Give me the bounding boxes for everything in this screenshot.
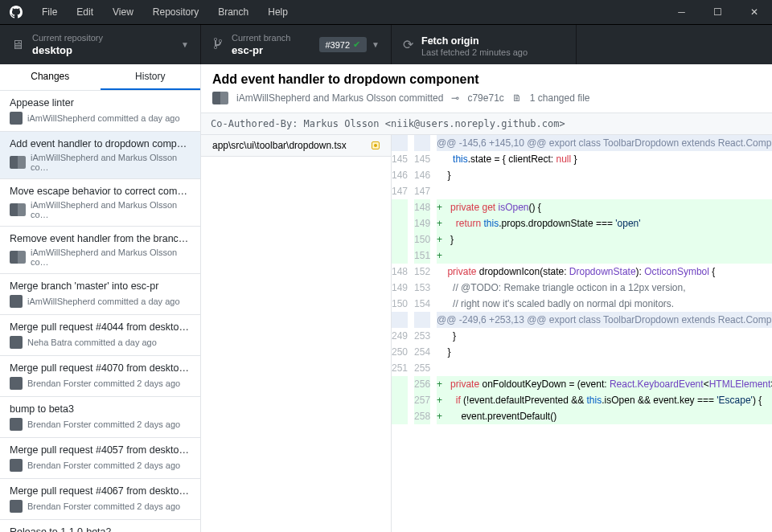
toolbar: 🖥 Current repository desktop ▼ Current b…: [0, 24, 772, 64]
commit-item-meta: Brendan Forster committed 2 days ago: [27, 501, 180, 511]
tab-changes[interactable]: Changes: [0, 64, 101, 90]
commit-item[interactable]: Move escape behavior to correct compo… i…: [0, 179, 200, 227]
avatar: [10, 418, 23, 431]
avatar: [10, 156, 26, 169]
commit-item[interactable]: Appease linter iAmWillShepherd committed…: [0, 91, 200, 132]
diff-line: + private get isOpen() {: [437, 199, 772, 215]
repo-selector[interactable]: 🖥 Current repository desktop ▼: [0, 25, 201, 64]
avatar: [10, 336, 23, 349]
menu-file[interactable]: File: [32, 6, 67, 18]
changed-files: 1 changed file: [530, 92, 590, 104]
commit-item-meta: iAmWillShepherd committed a day ago: [27, 113, 180, 123]
fetch-button[interactable]: ⟳ Fetch origin Last fetched 2 minutes ag…: [392, 25, 577, 64]
commit-item-title: Remove event handler from the branches…: [10, 233, 191, 244]
diff-line: + return this.props.dropdownState === 'o…: [437, 215, 772, 231]
diff-line: private dropdownIcon(state: DropdownStat…: [437, 264, 772, 280]
commit-item-title: Merge pull request #4070 from desktop/…: [10, 362, 191, 374]
repo-label: Current repository: [32, 33, 103, 43]
tab-history[interactable]: History: [101, 64, 201, 90]
diff-line: }: [437, 328, 772, 344]
file-icon: 🗎: [512, 92, 522, 104]
avatar: [10, 377, 23, 390]
diff-line: + private onFoldoutKeyDown = (event: Rea…: [437, 376, 772, 392]
diff-line: [437, 183, 772, 199]
commit-item-title: Merge pull request #4067 from desktop/…: [10, 485, 191, 497]
commit-item-meta: Brendan Forster committed 2 days ago: [27, 460, 180, 470]
commit-item-title: Release to 1.1.0-beta2: [10, 526, 191, 532]
commit-item-meta: iAmWillShepherd and Markus Olsson co…: [31, 200, 191, 219]
diff-line: @@ -249,6 +253,13 @@ export class Toolba…: [437, 312, 772, 328]
avatar: [212, 92, 228, 104]
commit-author: iAmWillShepherd and Markus Olsson commit…: [236, 92, 443, 104]
main-pane: Add event handler to dropdown component …: [201, 64, 772, 532]
chevron-down-icon: ▼: [372, 40, 380, 49]
laptop-icon: 🖥: [11, 38, 24, 52]
diff-line: // right now it's scaled badly on normal…: [437, 296, 772, 312]
avatar: [10, 295, 23, 308]
sidebar: Changes History Appease linter iAmWillSh…: [0, 64, 201, 532]
github-logo-icon: [0, 6, 32, 18]
branch-selector[interactable]: Current branch esc-pr #3972✔ ▼: [201, 25, 392, 64]
diff-line: + if (!event.defaultPrevented && this.is…: [437, 392, 772, 408]
commit-item-title: Merge branch 'master' into esc-pr: [10, 280, 191, 292]
commit-item-meta: iAmWillShepherd and Markus Olsson co…: [31, 153, 191, 172]
file-row[interactable]: app\src\ui\toolbar\dropdown.tsx: [201, 135, 391, 157]
minimize-button[interactable]: ─: [663, 0, 700, 24]
avatar: [10, 251, 26, 264]
branch-icon: [212, 37, 224, 53]
diff-line: @@ -145,6 +145,10 @@ export class Toolba…: [437, 135, 772, 151]
commit-item-title: Merge pull request #4057 from desktop/…: [10, 444, 191, 456]
commit-sha-icon: ⊸: [451, 92, 459, 104]
branch-label: Current branch: [232, 33, 290, 43]
sync-icon: ⟳: [403, 37, 413, 52]
commit-item-meta: Neha Batra committed a day ago: [27, 338, 157, 347]
menu-edit[interactable]: Edit: [67, 6, 103, 18]
commit-item[interactable]: Remove event handler from the branches… …: [0, 227, 200, 274]
check-icon: ✔: [353, 39, 360, 50]
commit-description: Co-Authored-By: Markus Olsson <niik@user…: [201, 113, 772, 135]
diff-line: }: [437, 344, 772, 360]
commit-item-title: Appease linter: [10, 97, 191, 108]
commit-item[interactable]: Merge pull request #4067 from desktop/… …: [0, 479, 200, 520]
menu-help[interactable]: Help: [258, 6, 298, 18]
avatar: [10, 203, 26, 216]
fetch-label: Fetch origin: [421, 35, 479, 47]
commit-item-title: Merge pull request #4044 from desktop/…: [10, 321, 191, 333]
commit-item[interactable]: Release to 1.1.0-beta2 Neha Batra commit…: [0, 520, 200, 532]
commit-title: Add event handler to dropdown component: [212, 72, 761, 87]
commit-item-title: Move escape behavior to correct compo…: [10, 186, 191, 197]
close-button[interactable]: ✕: [736, 0, 772, 24]
commit-item-meta: Brendan Forster committed 2 days ago: [27, 379, 180, 388]
commit-sha: c79e71c: [467, 92, 503, 104]
maximize-button[interactable]: ☐: [700, 0, 736, 24]
diff-line: }: [437, 167, 772, 183]
title-bar: FileEditViewRepositoryBranchHelp ─ ☐ ✕: [0, 0, 772, 24]
diff-line: // @TODO: Remake triangle octicon in a 1…: [437, 280, 772, 296]
repo-name: desktop: [32, 44, 72, 56]
commit-item-meta: iAmWillShepherd committed a day ago: [27, 297, 180, 306]
fetch-sub: Last fetched 2 minutes ago: [421, 47, 528, 57]
commit-item-meta: iAmWillShepherd and Markus Olsson co…: [31, 248, 191, 267]
commit-item-title: bump to beta3: [10, 403, 191, 415]
commit-item[interactable]: Add event handler to dropdown compon… iA…: [0, 132, 200, 179]
commit-item[interactable]: Merge branch 'master' into esc-pr iAmWil…: [0, 274, 200, 315]
menu-view[interactable]: View: [103, 6, 143, 18]
diff-view[interactable]: 145146147148149150249250251 145146147148…: [392, 135, 772, 532]
commit-item[interactable]: bump to beta3 Brendan Forster committed …: [0, 397, 200, 438]
diff-line: +: [437, 248, 772, 264]
branch-name: esc-pr: [232, 44, 263, 56]
chevron-down-icon: ▼: [181, 40, 189, 49]
file-path: app\src\ui\toolbar\dropdown.tsx: [212, 140, 347, 151]
avatar: [10, 500, 23, 513]
commit-item[interactable]: Merge pull request #4044 from desktop/… …: [0, 315, 200, 356]
commit-list[interactable]: Appease linter iAmWillShepherd committed…: [0, 91, 200, 532]
diff-line: this.state = { clientRect: null }: [437, 151, 772, 167]
menu-branch[interactable]: Branch: [208, 6, 258, 18]
commit-item-meta: Brendan Forster committed 2 days ago: [27, 419, 180, 429]
commit-item[interactable]: Merge pull request #4070 from desktop/… …: [0, 356, 200, 397]
commit-item[interactable]: Merge pull request #4057 from desktop/… …: [0, 438, 200, 479]
avatar: [10, 112, 23, 125]
menu-repository[interactable]: Repository: [143, 6, 208, 18]
diff-line: [437, 360, 772, 376]
pr-badge: #3972✔: [319, 37, 368, 52]
